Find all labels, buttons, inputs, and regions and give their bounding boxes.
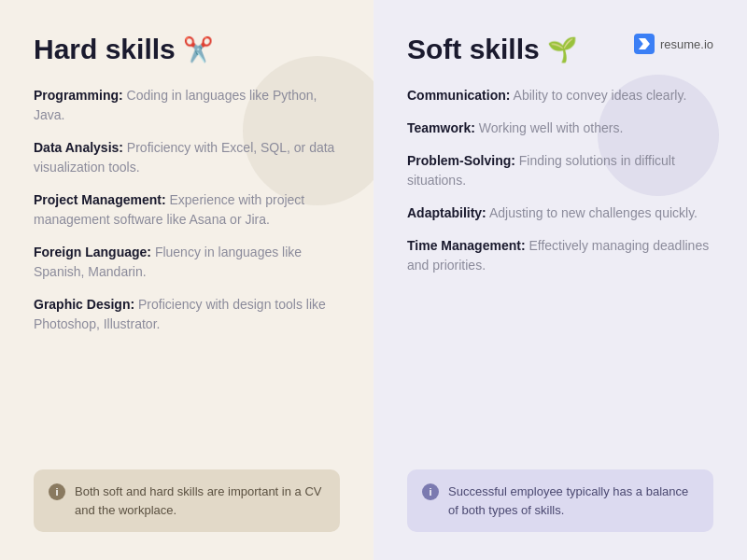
- right-panel: resume.io Soft skills 🌱 Communication: A…: [374, 0, 747, 560]
- info-text-left: Both soft and hard skills are important …: [75, 483, 325, 519]
- list-item: Data Analysis: Proficiency with Excel, S…: [34, 138, 340, 177]
- skill-label: Problem-Solving:: [407, 153, 515, 168]
- soft-skills-list: Communication: Ability to convey ideas c…: [407, 86, 713, 469]
- skill-label: Time Management:: [407, 238, 526, 253]
- hard-skills-icon: ✂️: [183, 35, 213, 64]
- info-text-right: Successful employee typically has a bala…: [448, 483, 698, 519]
- info-box-left: i Both soft and hard skills are importan…: [34, 469, 340, 532]
- skill-label: Graphic Design:: [34, 297, 134, 312]
- list-item: Foreign Language: Fluency in languages l…: [34, 243, 340, 282]
- info-icon-right: i: [422, 483, 439, 500]
- list-item: Teamwork: Working well with others.: [407, 119, 713, 138]
- skill-label: Data Analysis:: [34, 140, 123, 155]
- skill-desc: Adjusting to new challenges quickly.: [486, 205, 698, 220]
- list-item: Time Management: Effectively managing de…: [407, 236, 713, 275]
- list-item: Problem-Solving: Finding solutions in di…: [407, 151, 713, 190]
- list-item: Project Management: Experience with proj…: [34, 190, 340, 230]
- soft-skills-icon: 🌱: [547, 35, 577, 64]
- skill-label: Project Management:: [34, 192, 166, 207]
- list-item: Programming: Coding in languages like Py…: [34, 86, 340, 125]
- list-item: Communication: Ability to convey ideas c…: [407, 86, 713, 105]
- skill-label: Programming:: [34, 88, 123, 103]
- soft-skills-title: Soft skills 🌱: [407, 34, 713, 65]
- hard-skills-list: Programming: Coding in languages like Py…: [34, 86, 340, 469]
- info-icon-left: i: [49, 483, 65, 500]
- info-box-right: i Successful employee typically has a ba…: [407, 469, 713, 532]
- skill-label: Foreign Language:: [34, 245, 151, 259]
- hard-skills-title: Hard skills ✂️: [34, 34, 340, 65]
- skill-desc: Working well with others.: [475, 120, 623, 135]
- soft-skills-text: Soft skills: [407, 34, 540, 65]
- skill-label: Adaptability:: [407, 205, 486, 220]
- skill-label: Communication:: [407, 88, 510, 103]
- skill-desc: Ability to convey ideas clearly.: [510, 88, 686, 103]
- main-container: Hard skills ✂️ Programming: Coding in la…: [0, 0, 747, 560]
- list-item: Adaptability: Adjusting to new challenge…: [407, 203, 713, 223]
- list-item: Graphic Design: Proficiency with design …: [34, 295, 340, 334]
- skill-label: Teamwork:: [407, 120, 475, 135]
- left-panel: Hard skills ✂️ Programming: Coding in la…: [0, 0, 374, 560]
- hard-skills-text: Hard skills: [34, 34, 176, 65]
